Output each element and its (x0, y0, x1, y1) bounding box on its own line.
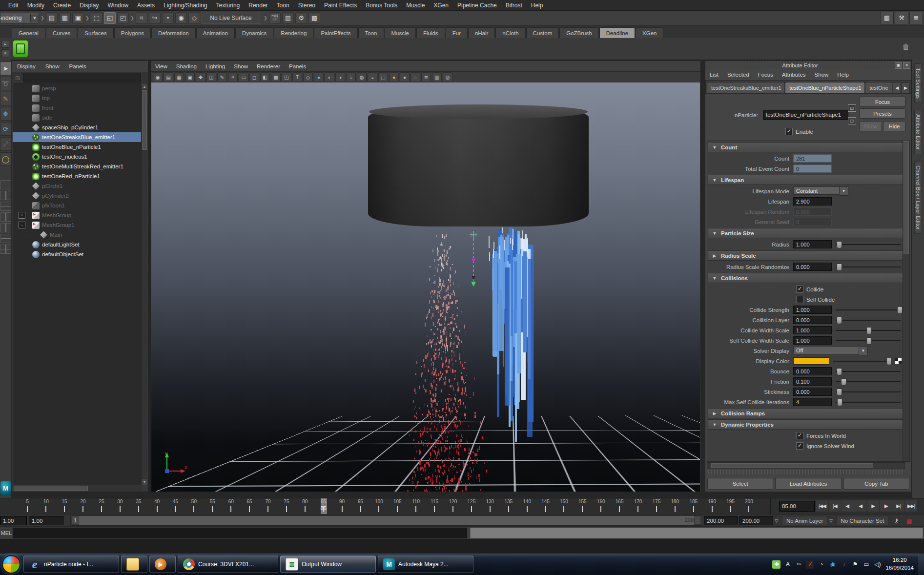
enable-checkbox[interactable]: ✓ (785, 128, 793, 135)
layout-shortcut-1[interactable] (0, 180, 11, 189)
play-forwards-button[interactable]: ▶ (867, 500, 879, 512)
chevron-down-icon[interactable]: ▽ (773, 518, 780, 523)
value-field[interactable]: 0.000 (793, 207, 832, 216)
current-time-field[interactable]: 85.00 (779, 501, 815, 512)
animation-end-field[interactable]: 200.00 (739, 516, 773, 525)
outliner-item-front[interactable]: front (13, 103, 142, 113)
field-chart-icon[interactable]: ▩ (271, 72, 281, 82)
outliner-item-spaceShip_pCylinder1[interactable]: spaceShip_pCylinder1 (13, 123, 142, 132)
shelf-tab-deadline[interactable]: Deadline (599, 27, 635, 38)
shelf-tab-nhair[interactable]: nHair (468, 27, 495, 38)
scrollbar-thumb[interactable] (903, 141, 909, 254)
focus-button[interactable]: Focus (860, 97, 905, 107)
wireframe-icon[interactable]: ◇ (303, 72, 313, 82)
menu-texturing[interactable]: Texturing (212, 2, 245, 9)
outliner-search-input[interactable] (23, 73, 141, 82)
checkbox-checked[interactable]: ✓ (796, 432, 803, 439)
shelf-tab-muscle[interactable]: Muscle (385, 27, 416, 38)
menu-modify[interactable]: Modify (23, 2, 49, 9)
emitter-manipulator[interactable] (464, 229, 483, 292)
attr-slider[interactable] (836, 241, 902, 248)
attr-slider[interactable] (836, 337, 902, 345)
lasso-tool[interactable]: ➰ (0, 77, 12, 90)
volume-icon[interactable]: ◁) (873, 560, 882, 569)
value-field[interactable]: 1.000 (793, 306, 832, 314)
key-light-icon[interactable]: ● (389, 72, 399, 82)
shelf-tab-toon[interactable]: Toon (358, 27, 384, 38)
object-details-icon[interactable]: ≣ (421, 72, 431, 82)
paint-select-tool[interactable]: ✎ (0, 92, 12, 105)
outliner-item-testOne_nucleus1[interactable]: testOne_nucleus1 (13, 152, 142, 162)
shelf-tab-deformation[interactable]: Deformation (151, 27, 196, 38)
snap-point-icon[interactable]: • (162, 12, 174, 24)
outliner-item-MeshGroup1[interactable]: -MeshGroup1 (13, 220, 142, 230)
snap-projected-center-icon[interactable]: ◉ (175, 12, 187, 24)
value-field[interactable]: 1.000 (793, 240, 832, 248)
shelf-tab-fur[interactable]: Fur (446, 27, 468, 38)
menu-stereo[interactable]: Stereo (294, 2, 320, 9)
mel-input[interactable] (13, 528, 467, 538)
outliner-vertical-scrollbar[interactable]: ▲ ▼ (141, 83, 147, 485)
shelf-tab-ncloth[interactable]: nCloth (495, 27, 525, 38)
playback-end-field[interactable]: 200.00 (704, 516, 738, 525)
menu-toon[interactable]: Toon (272, 2, 294, 9)
slider-handle[interactable] (837, 241, 842, 248)
ae-menu-attributes[interactable]: Attributes (778, 72, 810, 78)
outliner-item-defaultLightSet[interactable]: defaultLightSet (13, 240, 142, 249)
tab-scroll-left-icon[interactable]: ◀ (893, 82, 901, 93)
slider-handle[interactable] (837, 389, 842, 396)
layout-shortcut-4[interactable] (0, 212, 11, 222)
new-scene-icon[interactable]: ▤ (46, 12, 58, 24)
scale-tool[interactable]: ⤢ (0, 137, 12, 151)
show-desktop-button[interactable] (919, 554, 924, 575)
scroll-down-icon[interactable]: ▼ (142, 479, 147, 485)
fill-light-icon[interactable]: ● (400, 72, 410, 82)
soft-modification-tool[interactable]: ◯ (0, 152, 12, 166)
checkbox-checked[interactable]: ✓ (796, 286, 803, 293)
menu-paint-effects[interactable]: Paint Effects (320, 2, 361, 9)
shaded-icon[interactable]: ● (314, 72, 324, 82)
value-field[interactable]: 0.000 (793, 316, 832, 324)
outliner-item-Main[interactable]: Main (13, 230, 142, 240)
color-swatch[interactable] (793, 357, 829, 365)
anim-layer-selector[interactable]: No Anim Layer (782, 516, 827, 525)
deadline-submit-shelf-button[interactable] (13, 40, 28, 58)
value-field[interactable]: 1.000 (793, 326, 832, 334)
audio-muted-icon[interactable]: ♪ (840, 560, 848, 569)
load-attributes-button[interactable]: Load Attributes (775, 478, 841, 490)
attr-slider[interactable] (836, 378, 902, 386)
channel-box-toggle-icon[interactable]: ▦ (880, 12, 894, 24)
viewport-menu-show[interactable]: Show (229, 63, 252, 69)
value-field[interactable]: 1.000 (793, 336, 832, 345)
expander-plus-icon[interactable]: + (19, 212, 25, 219)
lights-icon[interactable]: ◑ (335, 72, 345, 82)
textured-icon[interactable]: ◐ (325, 72, 334, 82)
checkbox-checked[interactable]: ✓ (796, 442, 803, 450)
viewport-menu-lighting[interactable]: Lighting (201, 63, 229, 69)
menu-render[interactable]: Render (244, 2, 272, 9)
headlight-icon[interactable]: ◌ (411, 72, 420, 82)
render-current-frame-icon[interactable]: 🎬 (269, 12, 281, 24)
action-center-flag-icon[interactable]: ⚑ (851, 560, 859, 569)
filter-icon[interactable]: ◳ (13, 74, 22, 82)
taskbar-autodesk-maya-2-[interactable]: MAutodesk Maya 2... (378, 555, 473, 573)
go-to-start-button[interactable]: |◀◀ (816, 500, 828, 512)
select-object-icon[interactable]: ◱ (104, 12, 116, 24)
resolution-gate-icon[interactable]: ◻ (249, 72, 259, 82)
isolate-select-icon[interactable]: ⬚ (378, 72, 388, 82)
outliner-menu-show[interactable]: Show (41, 63, 64, 69)
shelf-tab-animation[interactable]: Animation (196, 27, 235, 38)
gate-mask-icon[interactable]: ◧ (260, 72, 270, 82)
section-header-collision-ramps[interactable]: ▶Collision Ramps (708, 408, 904, 418)
pin-node-icon[interactable]: ◱ (848, 104, 856, 112)
outliner-item-MeshGroup[interactable]: +MeshGroup (13, 210, 142, 220)
auto-keyframe-icon[interactable]: ▦ (904, 516, 914, 525)
menu-assets[interactable]: Assets (133, 2, 159, 9)
slider-handle[interactable] (866, 327, 872, 334)
bookmark-icon[interactable]: ▦ (174, 72, 184, 82)
go-to-end-button[interactable]: ▶▶| (905, 500, 917, 512)
viewport-menu-view[interactable]: View (151, 63, 172, 69)
attr-slider[interactable] (836, 316, 902, 324)
mel-label[interactable]: MEL (0, 530, 13, 536)
ipr-render-icon[interactable]: ▥ (282, 12, 294, 24)
